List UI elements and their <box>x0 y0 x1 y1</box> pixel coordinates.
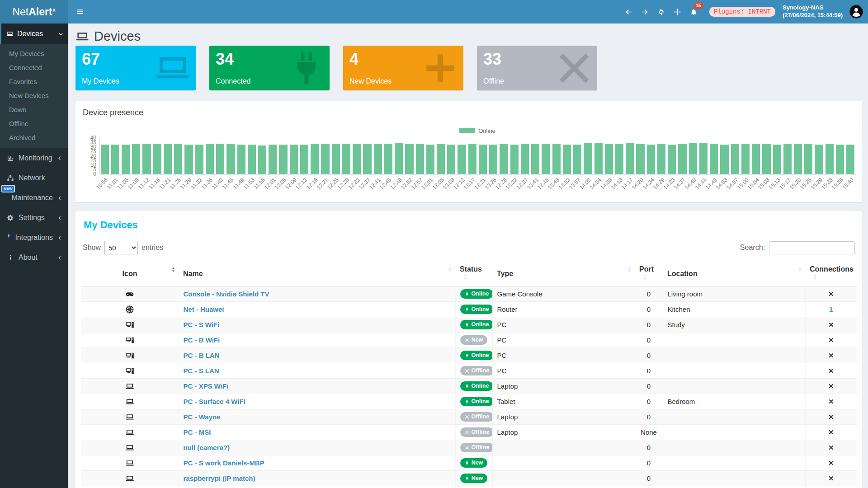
sidebar-item-monitoring[interactable]: Monitoring <box>0 148 68 168</box>
sidebar-subitem-my-devices[interactable]: My Devices <box>0 47 68 61</box>
summary-card-new-devices[interactable]: 4 New Devices <box>343 46 463 90</box>
sidebar-item-devices[interactable]: Devices <box>0 23 68 44</box>
chart-bar <box>636 144 644 174</box>
sort-icon <box>448 266 453 274</box>
delete-connection-icon[interactable]: ✕ <box>828 367 834 375</box>
delete-connection-icon[interactable]: ✕ <box>828 474 834 482</box>
delete-connection-icon[interactable]: ✕ <box>828 382 834 390</box>
nav-back-button[interactable] <box>621 0 637 23</box>
device-name-link[interactable]: PC - S LAN <box>184 367 219 375</box>
sidebar-subitem-connected[interactable]: Connected <box>0 61 68 75</box>
column-header-status[interactable]: Status <box>455 261 492 286</box>
connections-cell: ✕ <box>805 348 857 363</box>
chart-bar <box>563 145 571 174</box>
delete-connection-icon[interactable]: ✕ <box>828 459 834 467</box>
column-header-connections[interactable]: Connections <box>805 261 857 286</box>
device-name-link[interactable]: null (camera?) <box>184 444 230 451</box>
location-cell <box>663 333 805 348</box>
sidebar-item-label: Monitoring <box>19 154 52 162</box>
plug-icon <box>7 234 10 241</box>
column-header-type[interactable]: Type <box>492 261 635 286</box>
sidebar-item-settings[interactable]: Settings <box>0 208 68 228</box>
device-name-link[interactable]: PC - XPS WiFi <box>184 382 229 390</box>
connections-count-link[interactable]: 1 <box>829 305 833 313</box>
device-name-link[interactable]: PC - MSI <box>184 428 211 436</box>
delete-connection-icon[interactable]: ✕ <box>828 290 834 298</box>
device-name-link[interactable]: PC - Surface 4 WiFi <box>184 398 245 405</box>
chart-bar <box>279 145 287 174</box>
column-header-name[interactable]: Name <box>179 261 455 286</box>
legend-label: Online <box>478 127 495 134</box>
status-badge: Online <box>460 381 493 391</box>
move-icon <box>674 8 681 16</box>
column-header-icon[interactable]: Icon <box>81 261 179 286</box>
device-name-cell: PC - Wayne <box>179 409 455 425</box>
delete-connection-icon[interactable]: ✕ <box>828 428 834 436</box>
summary-card-my-devices[interactable]: 67 My Devices <box>75 46 196 90</box>
sidebar-menu: Monitoring Network NEW Maintenance Setti… <box>0 148 68 267</box>
sidebar-subitem-down[interactable]: Down <box>0 103 68 117</box>
sidebar-subitem-new-devices[interactable]: New Devices <box>0 89 68 103</box>
device-name-link[interactable]: PC - B WiFi <box>184 336 220 344</box>
chart-bar <box>269 145 277 174</box>
sidebar-subitem-archived[interactable]: Archived <box>0 131 68 145</box>
table-row: PC - S WiFi Online PC 0 Study ✕ <box>81 317 857 333</box>
connections-cell: ✕ <box>805 317 857 333</box>
connections-cell: ✕ <box>805 394 857 409</box>
summary-card-offline[interactable]: 33 Offline <box>477 46 597 90</box>
chart-bar <box>321 144 329 174</box>
sidebar-item-maintenance[interactable]: NEW Maintenance <box>0 188 68 208</box>
chevron-left-icon <box>57 235 62 240</box>
delete-connection-icon[interactable]: ✕ <box>828 336 834 344</box>
summary-cards: 67 My Devices 34 Connected 4 New Devices… <box>68 45 868 90</box>
port-cell: 0 <box>635 333 663 348</box>
device-name-link[interactable]: PC - Wayne <box>184 413 221 421</box>
search-input[interactable] <box>769 241 855 254</box>
gamepad-icon <box>81 286 179 302</box>
delete-connection-icon[interactable]: ✕ <box>828 413 834 421</box>
delete-connection-icon[interactable]: ✕ <box>828 444 834 451</box>
device-name-link[interactable]: raspberrypi (IP match) <box>184 474 255 482</box>
sort-icon <box>171 266 176 274</box>
delete-connection-icon[interactable]: ✕ <box>828 352 834 359</box>
sidebar-item-integrations[interactable]: Integrations <box>0 228 68 248</box>
summary-card-connected[interactable]: 34 Connected <box>209 46 330 90</box>
network-icon <box>7 174 14 182</box>
sidebar-subitem-offline[interactable]: Offline <box>0 117 68 131</box>
chart-bar <box>468 144 476 174</box>
notifications-button[interactable]: 15 <box>686 0 702 23</box>
plugins-status-badge[interactable]: Plugins: INTRNT <box>709 7 775 17</box>
nav-move-button[interactable] <box>670 0 686 23</box>
column-header-port[interactable]: Port <box>635 261 663 286</box>
table-row: Net - Huawei Online Router 0 Kitchen 1 <box>81 302 857 317</box>
chart-legend[interactable]: Online <box>99 127 856 134</box>
page-size-select[interactable]: 50 <box>104 241 138 254</box>
user-avatar[interactable] <box>849 5 863 19</box>
device-name-link[interactable]: PC - S WiFi <box>184 321 220 328</box>
device-name-link[interactable]: Console - Nvidia Shield TV <box>184 290 269 298</box>
chart-bar <box>552 144 561 174</box>
avatar-icon <box>849 5 863 19</box>
table-row: PC - S LAN Offline PC 0 ✕ <box>81 363 857 379</box>
nav-refresh-button[interactable] <box>653 0 670 23</box>
chart-bar <box>142 144 151 174</box>
table-row: PC - Wayne Offline Laptop 0 ✕ <box>81 409 857 425</box>
arrow-left-icon <box>625 8 632 16</box>
sidebar-item-label: Integrations <box>15 234 53 242</box>
chart-bar <box>594 143 603 174</box>
chart-bar <box>521 144 529 174</box>
delete-connection-icon[interactable]: ✕ <box>828 321 834 328</box>
app-logo[interactable]: NetAlertx <box>0 0 68 23</box>
device-name-link[interactable]: PC - S work Daniels-MBP <box>184 459 264 467</box>
sidebar-subitem-favorites[interactable]: Favorites <box>0 75 68 89</box>
delete-connection-icon[interactable]: ✕ <box>828 398 834 405</box>
plug-icon <box>465 353 469 358</box>
sidebar-toggle-button[interactable] <box>68 0 92 23</box>
status-cell: Online <box>455 394 492 409</box>
device-name-link[interactable]: PC - B LAN <box>184 352 220 359</box>
device-name-link[interactable]: Net - Huawei <box>184 305 224 313</box>
sidebar-item-about[interactable]: About <box>0 248 68 267</box>
column-header-location[interactable]: Location <box>663 261 805 286</box>
nav-forward-button[interactable] <box>637 0 653 23</box>
type-cell <box>492 440 635 455</box>
